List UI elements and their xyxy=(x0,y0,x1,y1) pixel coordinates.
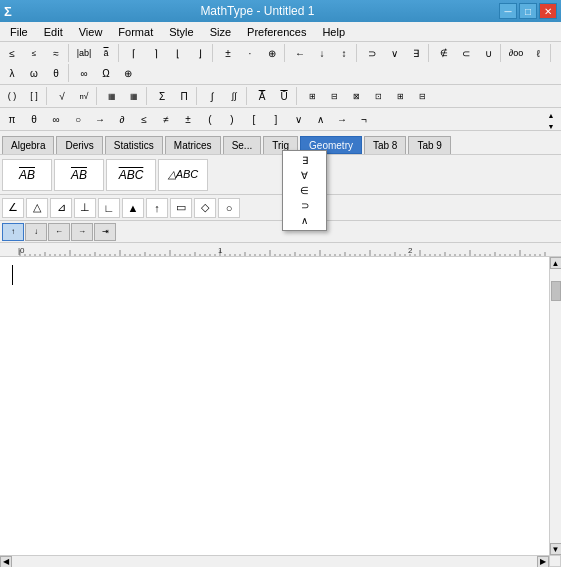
tb-oplus2[interactable]: ⊕ xyxy=(117,63,139,83)
tb-prod[interactable]: Π xyxy=(173,86,195,106)
vscroll-down-button[interactable]: ▼ xyxy=(550,543,562,555)
tmpl-up-arrow[interactable]: ↑ xyxy=(146,198,168,218)
drop-item-3[interactable]: ∈ xyxy=(285,183,324,198)
tb-nthroot[interactable]: n√ xyxy=(73,86,95,106)
tb-circle[interactable]: ○ xyxy=(67,109,89,129)
vscroll-thumb[interactable] xyxy=(551,281,561,301)
tb-rp[interactable]: ) xyxy=(221,109,243,129)
tb-supset[interactable]: ⊃ xyxy=(361,43,383,63)
drop-item-1[interactable]: ∃ xyxy=(285,153,324,168)
tb-rarr2[interactable]: → xyxy=(331,109,353,129)
tb-lparen[interactable]: ( ) xyxy=(1,86,23,106)
tab-statistics[interactable]: Statistics xyxy=(105,136,163,154)
drop-item-4[interactable]: ⊃ xyxy=(285,198,324,213)
tb-abs[interactable]: |ab| xyxy=(73,43,95,63)
tmpl-triangle[interactable]: △ xyxy=(26,198,48,218)
hscroll-left-button[interactable]: ◀ xyxy=(0,556,12,568)
tb-pm[interactable]: ± xyxy=(177,109,199,129)
tb-grid6[interactable]: ⊟ xyxy=(411,86,433,106)
tb-updownarrow[interactable]: ↕ xyxy=(333,43,355,63)
tb-grid2[interactable]: ⊟ xyxy=(323,86,345,106)
tb-leq3[interactable]: ≤ xyxy=(133,109,155,129)
edit-btn-tab[interactable]: ⇥ xyxy=(94,223,116,241)
tb-leq2[interactable]: ≤ xyxy=(23,43,45,63)
tb-notin[interactable]: ∉ xyxy=(433,43,455,63)
tab-algebra[interactable]: Algebra xyxy=(2,136,54,154)
menu-view[interactable]: View xyxy=(71,22,111,41)
tb-rightarrow[interactable]: → xyxy=(89,109,111,129)
tb-downarrow[interactable]: ↓ xyxy=(311,43,333,63)
tb-exists[interactable]: ∃ xyxy=(405,43,427,63)
tb-cdot[interactable]: · xyxy=(239,43,261,63)
menu-file[interactable]: File xyxy=(2,22,36,41)
tab-tab8[interactable]: Tab 8 xyxy=(364,136,406,154)
tb-omega-upper[interactable]: ∞ xyxy=(73,63,95,83)
tb-grid5[interactable]: ⊞ xyxy=(389,86,411,106)
tb-partial2[interactable]: ∂ xyxy=(111,109,133,129)
menu-edit[interactable]: Edit xyxy=(36,22,71,41)
tb-neg[interactable]: ¬ xyxy=(353,109,375,129)
tab-se[interactable]: Se... xyxy=(223,136,262,154)
tb-overline[interactable]: ā xyxy=(95,43,117,63)
tb-Ubar[interactable]: Ū xyxy=(273,86,295,106)
tb-integral[interactable]: ∫ xyxy=(201,86,223,106)
tb-grid1[interactable]: ⊞ xyxy=(301,86,323,106)
tb-wedge[interactable]: ∧ xyxy=(309,109,331,129)
drop-item-2[interactable]: ∀ xyxy=(285,168,324,183)
close-button[interactable]: ✕ xyxy=(539,3,557,19)
tb-mat1[interactable]: ▦ xyxy=(101,86,123,106)
tb-ell[interactable]: ℓ xyxy=(527,43,549,63)
tb-ceil-l[interactable]: ⌈ xyxy=(123,43,145,63)
tb-expand-down[interactable]: ▼ xyxy=(543,121,559,131)
tb-mat2[interactable]: ▦ xyxy=(123,86,145,106)
tb-infty[interactable]: ∞ xyxy=(45,109,67,129)
tmpl-tri2[interactable]: ▲ xyxy=(122,198,144,218)
tb-partial[interactable]: ∂oo xyxy=(505,43,527,63)
tb-theta[interactable]: θ xyxy=(45,63,67,83)
menu-format[interactable]: Format xyxy=(110,22,161,41)
tb-oplus[interactable]: ⊕ xyxy=(261,43,283,63)
tmpl-perp[interactable]: ⊥ xyxy=(74,198,96,218)
tab-derivs[interactable]: Derivs xyxy=(56,136,102,154)
tb-Omega[interactable]: Ω xyxy=(95,63,117,83)
menu-preferences[interactable]: Preferences xyxy=(239,22,314,41)
edit-btn-3[interactable]: ← xyxy=(48,223,70,241)
tb-sqrt[interactable]: √ xyxy=(51,86,73,106)
tmpl-abc-hat[interactable]: ABC xyxy=(106,159,156,191)
tb-ceil-r[interactable]: ⌉ xyxy=(145,43,167,63)
tmpl-diamond[interactable]: ◇ xyxy=(194,198,216,218)
tb-grid4[interactable]: ⊡ xyxy=(367,86,389,106)
tmpl-ab-overline[interactable]: AB xyxy=(2,159,52,191)
vscroll-up-button[interactable]: ▲ xyxy=(550,257,562,269)
tb-expand-up[interactable]: ▲ xyxy=(543,110,559,120)
tb-Abar[interactable]: Ā xyxy=(251,86,273,106)
tab-matrices[interactable]: Matrices xyxy=(165,136,221,154)
tmpl-circle[interactable]: ○ xyxy=(218,198,240,218)
tb-subset[interactable]: ⊂ xyxy=(455,43,477,63)
hscroll-right-button[interactable]: ▶ xyxy=(537,556,549,568)
tb-omega-lower[interactable]: ω xyxy=(23,63,45,83)
tb-lambda[interactable]: λ xyxy=(1,63,23,83)
menu-size[interactable]: Size xyxy=(202,22,239,41)
tmpl-angle[interactable]: ∠ xyxy=(2,198,24,218)
tb-neq[interactable]: ≠ xyxy=(155,109,177,129)
tb-cup[interactable]: ∪ xyxy=(477,43,499,63)
edit-btn-2[interactable]: ↓ xyxy=(25,223,47,241)
edit-btn-4[interactable]: → xyxy=(71,223,93,241)
editor-content[interactable] xyxy=(0,257,549,555)
tmpl-rightangle[interactable]: ∟ xyxy=(98,198,120,218)
tb-floor-r[interactable]: ⌋ xyxy=(189,43,211,63)
tb-floor-l[interactable]: ⌊ xyxy=(167,43,189,63)
tb-lbracket[interactable]: [ ] xyxy=(23,86,45,106)
tb-lb[interactable]: [ xyxy=(243,109,265,129)
tb-vee[interactable]: ∨ xyxy=(383,43,405,63)
drop-item-5[interactable]: ∧ xyxy=(285,213,324,228)
tb-sigma-sum[interactable]: Σ xyxy=(151,86,173,106)
tab-tab9[interactable]: Tab 9 xyxy=(408,136,450,154)
tb-leftarrow[interactable]: ← xyxy=(289,43,311,63)
tb-integral2[interactable]: ∫∫ xyxy=(223,86,245,106)
tb-grid3[interactable]: ⊠ xyxy=(345,86,367,106)
menu-help[interactable]: Help xyxy=(314,22,353,41)
tb-plusminus[interactable]: ± xyxy=(217,43,239,63)
minimize-button[interactable]: ─ xyxy=(499,3,517,19)
